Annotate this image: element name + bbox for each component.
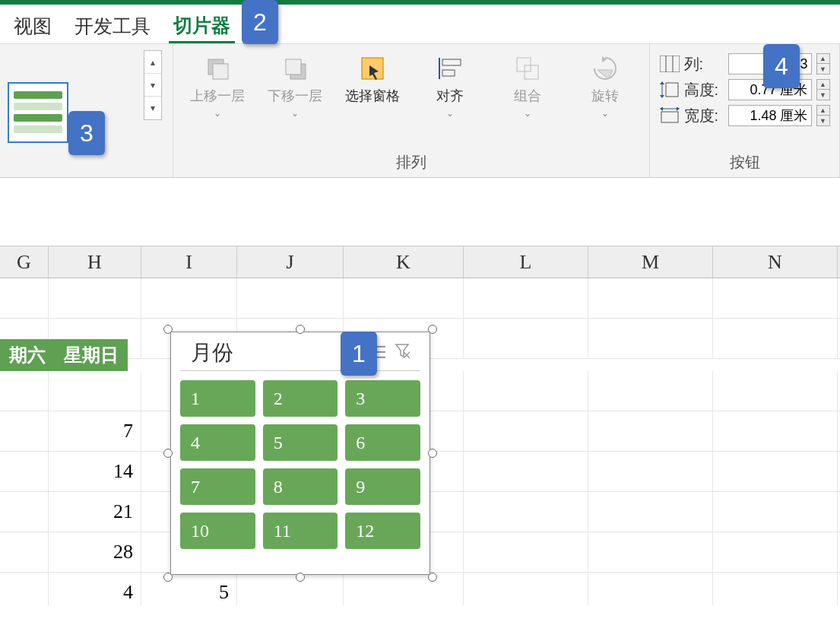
svg-rect-6 xyxy=(442,59,461,65)
slicer-item-4[interactable]: 4 xyxy=(180,424,255,461)
styles-scroll: ▴ ▾ ▾ xyxy=(144,50,162,120)
send-backward-icon xyxy=(280,53,310,84)
group-icon xyxy=(512,53,543,84)
slicer-style-thumbnail[interactable] xyxy=(8,82,68,143)
tab-view[interactable]: 视图 xyxy=(9,11,56,42)
svg-rect-7 xyxy=(442,70,455,76)
svg-rect-9 xyxy=(525,65,538,79)
weekday-sat: 期六 xyxy=(0,343,55,367)
width-label: 宽度: xyxy=(684,106,724,126)
styles-expand[interactable]: ▾ xyxy=(144,97,161,119)
cell-h-r6[interactable]: 4 xyxy=(49,573,141,605)
group-label-text: 组合 xyxy=(514,87,541,105)
col-header-n[interactable]: N xyxy=(713,246,838,278)
arrange-group: 上移一层 ⌄ 下移一层 ⌄ 选择窗格 对齐 ⌄ xyxy=(173,44,650,177)
tab-slicer[interactable]: 切片器 xyxy=(169,10,235,43)
svg-rect-15 xyxy=(661,112,678,122)
svg-rect-13 xyxy=(666,83,678,97)
bring-forward-label: 上移一层 xyxy=(190,87,245,105)
slicer-item-5[interactable]: 5 xyxy=(263,424,338,461)
rotate-label: 旋转 xyxy=(591,87,619,105)
slicer-item-11[interactable]: 11 xyxy=(263,513,338,549)
weekday-header: 期六 星期日 xyxy=(0,339,128,371)
col-header-m[interactable]: M xyxy=(588,246,713,278)
column-headers: G H I J K L M N xyxy=(0,246,840,278)
selection-pane-icon xyxy=(357,53,388,84)
annotation-callout-4: 4 xyxy=(763,44,800,88)
send-backward-button: 下移一层 ⌄ xyxy=(265,53,325,119)
send-backward-label: 下移一层 xyxy=(268,87,322,105)
svg-rect-10 xyxy=(660,56,680,72)
width-icon xyxy=(660,107,680,124)
width-spinner[interactable]: ▲▼ xyxy=(816,105,830,126)
clear-filter-icon[interactable] xyxy=(395,343,410,363)
columns-label: 列: xyxy=(684,54,724,75)
selection-pane-label: 选择窗格 xyxy=(345,87,400,105)
cell-h-r3[interactable]: 14 xyxy=(49,452,141,491)
weekday-sun: 星期日 xyxy=(55,343,128,367)
svg-rect-3 xyxy=(286,59,301,75)
slicer-item-1[interactable]: 1 xyxy=(180,380,255,417)
cell-h-r4[interactable]: 21 xyxy=(49,492,141,532)
arrange-group-label: 排列 xyxy=(396,149,426,174)
group-button: 组合 ⌄ xyxy=(497,53,558,119)
slicer-item-6[interactable]: 6 xyxy=(345,424,420,461)
selection-pane-button[interactable]: 选择窗格 xyxy=(342,53,403,119)
slicer-item-9[interactable]: 9 xyxy=(345,468,420,505)
cell-h-r1[interactable] xyxy=(49,371,141,411)
columns-row: 列: ▲▼ xyxy=(660,53,830,75)
svg-rect-8 xyxy=(517,58,531,71)
align-label: 对齐 xyxy=(436,87,464,105)
columns-icon xyxy=(660,56,680,72)
styles-scroll-down[interactable]: ▾ xyxy=(144,74,161,97)
slicer-item-2[interactable]: 2 xyxy=(263,380,338,417)
svg-rect-1 xyxy=(213,64,228,79)
slicer-title: 月份 xyxy=(191,338,233,367)
col-header-h[interactable]: H xyxy=(49,246,141,278)
button-group-label: 按钮 xyxy=(730,149,760,174)
slicer-body: 1 2 3 4 5 6 7 8 9 10 11 12 xyxy=(171,371,430,558)
col-header-g[interactable]: G xyxy=(0,246,49,278)
width-row: 宽度: ▲▼ xyxy=(660,105,830,126)
chevron-down-icon: ⌄ xyxy=(291,108,299,119)
slicer-item-10[interactable]: 10 xyxy=(180,513,255,549)
tab-developer[interactable]: 开发工具 xyxy=(70,11,155,42)
annotation-callout-1: 1 xyxy=(341,332,377,376)
slicer-item-3[interactable]: 3 xyxy=(345,380,420,417)
bring-forward-icon xyxy=(202,53,233,84)
col-header-j[interactable]: J xyxy=(237,246,344,278)
col-header-l[interactable]: L xyxy=(464,246,588,278)
align-icon xyxy=(435,53,465,84)
cell-i-r6[interactable]: 5 xyxy=(141,573,237,605)
chevron-down-icon: ⌄ xyxy=(524,108,531,119)
spreadsheet-grid[interactable]: 1 78 1415 2122 2829 45 期六 星期日 月份 ☰ xyxy=(0,278,840,605)
annotation-callout-2: 2 xyxy=(242,0,278,44)
month-slicer[interactable]: 月份 ☰ 1 2 3 4 5 6 7 8 9 10 11 12 xyxy=(170,332,430,575)
col-header-i[interactable]: I xyxy=(141,246,237,278)
slicer-item-7[interactable]: 7 xyxy=(180,468,255,505)
formula-bar-area xyxy=(0,178,840,246)
slicer-item-12[interactable]: 12 xyxy=(345,513,420,549)
rotate-icon xyxy=(590,53,620,84)
ribbon: ▴ ▾ ▾ 上移一层 ⌄ 下移一层 ⌄ xyxy=(0,44,840,178)
columns-spinner[interactable]: ▲▼ xyxy=(816,53,830,75)
ribbon-tabs: 视图 开发工具 切片器 xyxy=(0,5,840,44)
bring-forward-button: 上移一层 ⌄ xyxy=(187,53,248,119)
slicer-header: 月份 ☰ xyxy=(180,332,420,371)
chevron-down-icon: ⌄ xyxy=(446,108,454,119)
height-spinner[interactable]: ▲▼ xyxy=(816,79,830,100)
align-button[interactable]: 对齐 ⌄ xyxy=(420,53,480,119)
button-size-group: 列: ▲▼ 高度: ▲▼ 宽度: ▲▼ 按钮 xyxy=(650,44,840,177)
slicer-item-8[interactable]: 8 xyxy=(263,468,338,505)
height-label: 高度: xyxy=(684,80,724,100)
annotation-callout-3: 3 xyxy=(68,111,105,155)
width-input[interactable] xyxy=(728,105,812,126)
height-icon xyxy=(660,81,680,98)
cell-h-r5[interactable]: 28 xyxy=(49,532,141,572)
chevron-down-icon: ⌄ xyxy=(214,108,221,119)
chevron-down-icon: ⌄ xyxy=(601,108,609,119)
rotate-button: 旋转 ⌄ xyxy=(575,53,636,119)
col-header-k[interactable]: K xyxy=(344,246,464,278)
styles-scroll-up[interactable]: ▴ xyxy=(144,51,161,74)
cell-h-r2[interactable]: 7 xyxy=(49,411,141,451)
